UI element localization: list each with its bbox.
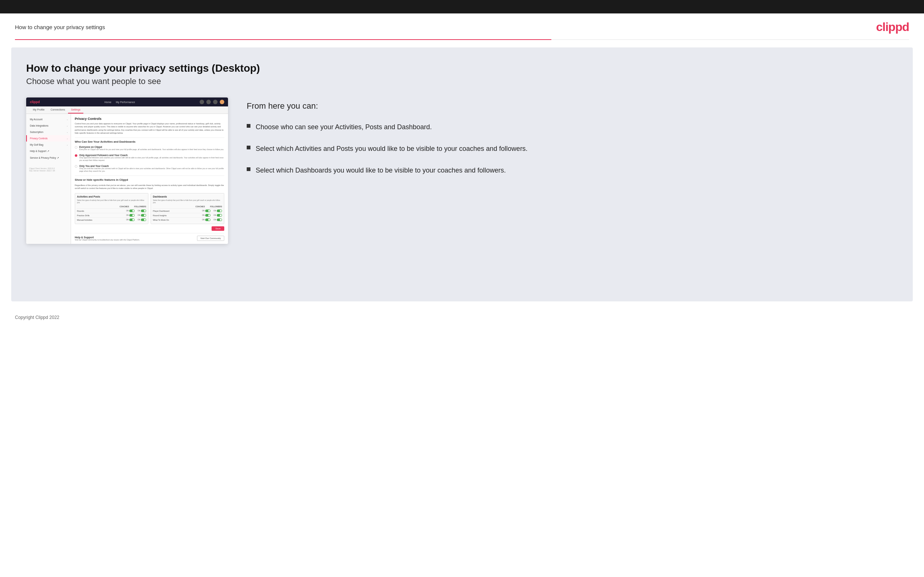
radio-everyone [75,146,78,148]
mock-show-hide-desc: Regardless of the privacy controls that … [75,184,224,190]
mock-help-title: Help & Support [75,236,140,239]
toggle-row-manual: Manual Activities ON ON [77,218,146,222]
info-heading: From here you can: [247,101,898,111]
settings-icon [213,100,218,104]
header-divider [15,39,909,40]
mock-dashboards-table: Dashboards Select the types of activity … [151,193,224,224]
toggle-whattowork-followers [217,219,222,221]
toggle-row-player-dash: Player Dashboard ON ON [153,208,222,213]
bullet-text-3: Select which Dashboards you would like t… [256,166,506,175]
mock-privacy-title: Privacy Controls [75,117,224,121]
mock-sidebar-golfbag: My Golf Bag › [26,142,71,148]
toggle-row-rounds: Rounds ON ON [77,208,146,213]
mock-help-row: Help & Support Visit our Clippd communit… [75,233,224,241]
mock-sidebar-version: Clippd Client Version: 2022.8.2SQL Serve… [26,165,71,174]
chevron-right-icon: › [67,144,68,146]
radio-followers [75,154,78,157]
toggle-row-drills: Practice Drills ON ON [77,213,146,218]
toggle-rounds-followers [141,210,146,212]
dashboards-table-desc: Select the types of activity that you'd … [153,200,222,204]
radio-coach-only [75,165,78,168]
toggle-drills-followers [141,214,146,217]
activities-toggle-header: COACHESFOLLOWERS [77,205,146,208]
mock-sidebar: My Account › Data Integrations › Subscri… [26,114,71,244]
mock-navbar: clippd Home My Performance [26,97,228,106]
mock-save-row: Save [75,226,224,231]
mock-toggle-tables: Activities and Posts Select the types of… [75,193,224,224]
toggle-row-what-to-work: What To Work On ON ON [153,218,222,222]
mock-nav-icons [200,100,224,104]
mock-sidebar-help: Help & Support ↗ [26,148,71,155]
avatar [220,100,224,104]
mock-visit-community-button[interactable]: Visit Our Community [197,236,224,241]
bullet-list: Choose who can see your Activities, Post… [247,122,898,175]
mock-subnav-profile: My Profile [30,106,47,114]
dashboards-table-title: Dashboards [153,195,222,198]
logo: clippd [876,20,909,34]
mock-privacy-desc: Control how you and your data appears to… [75,122,224,134]
mock-logo: clippd [30,100,40,104]
mock-sidebar-privacy: Privacy Controls › [26,135,71,142]
content-title: How to change your privacy settings (Des… [26,62,898,74]
mock-sidebar-account: My Account › [26,116,71,122]
search-icon [200,100,204,104]
mock-save-button[interactable]: Save [212,226,224,231]
toggle-drills-coaches [129,214,134,217]
mock-sidebar-data: Data Integrations › [26,122,71,129]
list-item: Select which Activities and Posts you wo… [247,144,898,153]
list-item: Select which Dashboards you would like t… [247,166,898,175]
mock-show-hide-title: Show or hide specific features in Clippd [75,176,224,182]
mock-sidebar-service: Service & Privacy Policy ↗ [26,155,71,161]
chevron-right-icon: › [67,137,68,140]
mock-sidebar-subscription: Subscription › [26,129,71,135]
content-subtitle: Choose what you want people to see [26,77,898,86]
mock-subnav: My Profile Connections Settings [26,106,228,114]
mock-radio-coach-only: Only You and Your Coach Only you and the… [75,165,224,172]
chevron-right-icon: › [67,131,68,133]
activities-table-title: Activities and Posts [77,195,146,198]
mock-nav-home: Home [104,101,111,103]
mock-help-desc: Visit our Clippd community to troublesho… [75,239,140,241]
app-mockup: clippd Home My Performance My Profile Co… [26,97,228,244]
mock-activities-table: Activities and Posts Select the types of… [75,193,149,224]
toggle-manual-coaches [129,219,134,221]
info-panel: From here you can: Choose who can see yo… [247,97,898,175]
list-item: Choose who can see your Activities, Post… [247,122,898,132]
mock-radio-followers: Only Approved Followers and Your Coach O… [75,154,224,162]
user-icon [206,100,211,104]
mock-subnav-settings: Settings [68,106,83,114]
mock-nav-performance: My Performance [116,101,135,103]
toggle-row-round-insights: Round Insights ON ON [153,213,222,218]
mock-main-panel: Privacy Controls Control how you and you… [71,114,228,244]
dashboards-toggle-header: COACHESFOLLOWERS [153,205,222,208]
bullet-icon [247,146,250,149]
chevron-right-icon: › [67,125,68,127]
mock-subnav-connections: Connections [47,106,68,114]
main-content: How to change your privacy settings (Des… [11,47,913,301]
bullet-icon [247,167,250,171]
toggle-playerdash-coaches [205,210,210,212]
bullet-icon [247,124,250,128]
bullet-text-2: Select which Activities and Posts you wo… [256,144,527,153]
toggle-playerdash-followers [217,210,222,212]
footer: Copyright Clippd 2022 [0,309,924,326]
toggle-roundinsights-followers [217,214,222,217]
mock-who-can-see-title: Who Can See Your Activities and Dashboar… [75,137,224,143]
top-bar [0,0,924,13]
bullet-text-1: Choose who can see your Activities, Post… [256,122,432,132]
chevron-right-icon: › [67,118,68,121]
activities-table-desc: Select the types of activity that you'd … [77,200,146,204]
mock-radio-everyone: Everyone on Clippd Everyone on Clippd ca… [75,146,224,151]
mock-nav-links: Home My Performance [104,101,135,103]
toggle-manual-followers [141,219,146,221]
toggle-roundinsights-coaches [205,214,210,217]
toggle-rounds-coaches [129,210,134,212]
copyright: Copyright Clippd 2022 [15,315,60,320]
two-column-layout: clippd Home My Performance My Profile Co… [26,97,898,244]
page-title: How to change your privacy settings [15,24,105,30]
mock-body: My Account › Data Integrations › Subscri… [26,114,228,244]
header: How to change your privacy settings clip… [0,13,924,39]
toggle-whattowork-coaches [205,219,210,221]
